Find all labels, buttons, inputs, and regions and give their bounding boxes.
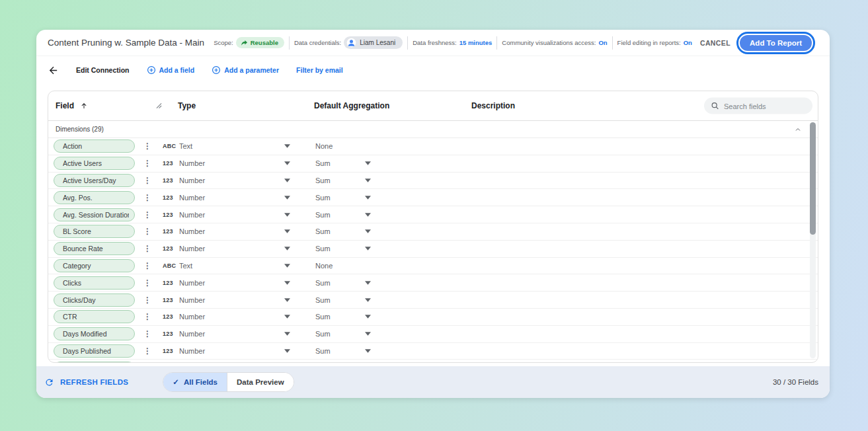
field-pill[interactable]: Bounce Rate (54, 242, 135, 255)
refresh-fields-button[interactable]: REFRESH FIELDS (44, 377, 128, 387)
type-dropdown-arrow[interactable] (284, 332, 315, 336)
community-viz-value[interactable]: On (598, 39, 607, 46)
aggregation-select[interactable]: Sum (315, 159, 365, 167)
field-pill[interactable]: BL Score (54, 225, 135, 238)
aggregation-dropdown-arrow[interactable] (365, 349, 385, 353)
aggregation-dropdown-arrow[interactable] (365, 298, 385, 302)
field-pill[interactable]: Action (54, 139, 135, 153)
search-fields-input[interactable] (724, 102, 803, 110)
field-options-menu-icon[interactable]: ⋮ (140, 210, 163, 219)
aggregation-select[interactable]: Sum (315, 176, 365, 184)
field-pill[interactable]: Clicks (54, 276, 135, 290)
type-dropdown-arrow[interactable] (284, 178, 315, 182)
filter-by-email-button[interactable]: Filter by email (296, 66, 343, 74)
field-pill[interactable]: Category (54, 259, 135, 272)
dimensions-section-header[interactable]: Dimensions (29) (48, 121, 818, 138)
type-dropdown-arrow[interactable] (284, 213, 315, 217)
community-viz-group[interactable]: Community visualizations access: On (502, 39, 607, 46)
aggregation-dropdown-arrow[interactable] (365, 332, 385, 336)
type-select[interactable]: Number (179, 194, 284, 202)
tab-data-preview[interactable]: Data Preview (227, 373, 294, 391)
aggregation-select[interactable]: Sum (315, 347, 365, 355)
freshness-group[interactable]: Data freshness: 15 minutes (413, 39, 492, 46)
field-pill[interactable]: CTR (54, 310, 135, 323)
type-dropdown-arrow[interactable] (284, 196, 315, 200)
aggregation-dropdown-arrow[interactable] (365, 229, 385, 233)
field-options-menu-icon[interactable]: ⋮ (140, 278, 163, 288)
field-pill[interactable]: Avg. Session Duration (54, 208, 135, 221)
aggregation-dropdown-arrow[interactable] (365, 281, 385, 285)
field-pill[interactable]: Days Published (54, 344, 135, 358)
aggregation-select[interactable]: Sum (315, 279, 365, 287)
scrollbar-track[interactable] (810, 122, 816, 358)
type-select[interactable]: Number (179, 227, 284, 235)
scrollbar-thumb[interactable] (810, 122, 816, 235)
field-options-menu-icon[interactable]: ⋮ (140, 312, 163, 321)
field-options-menu-icon[interactable]: ⋮ (140, 159, 163, 168)
aggregation-dropdown-arrow[interactable] (365, 247, 385, 251)
type-select[interactable]: Number (179, 159, 284, 167)
field-pill[interactable]: Days Modified (54, 327, 135, 340)
type-select[interactable]: Number (179, 245, 284, 253)
type-select[interactable]: Number (179, 296, 284, 304)
type-dropdown-arrow[interactable] (284, 247, 315, 251)
aggregation-select[interactable]: Sum (315, 330, 365, 338)
field-options-menu-icon[interactable]: ⋮ (140, 295, 163, 305)
type-dropdown-arrow[interactable] (284, 264, 315, 268)
type-dropdown-arrow[interactable] (284, 161, 315, 165)
type-select[interactable]: Number (179, 176, 284, 184)
field-editing-value[interactable]: On (684, 39, 692, 46)
aggregation-dropdown-arrow[interactable] (365, 315, 385, 319)
type-select[interactable]: Number (179, 347, 284, 355)
type-dropdown-arrow[interactable] (284, 229, 315, 233)
field-pill[interactable]: Active Users/Day (54, 174, 135, 187)
column-header-field[interactable]: Field (56, 101, 88, 110)
cancel-button[interactable]: CANCEL (700, 39, 730, 47)
aggregation-dropdown-arrow[interactable] (365, 161, 385, 165)
chevron-up-icon[interactable] (794, 126, 802, 134)
field-options-menu-icon[interactable]: ⋮ (140, 244, 163, 253)
column-resize-handle[interactable] (156, 103, 162, 109)
aggregation-select[interactable]: Sum (315, 313, 365, 321)
aggregation-dropdown-arrow[interactable] (365, 178, 385, 182)
back-button[interactable] (48, 65, 59, 76)
type-select[interactable]: Number (179, 211, 284, 219)
aggregation-select[interactable]: None (315, 142, 365, 150)
tab-all-fields[interactable]: ✓All Fields (163, 373, 227, 391)
field-options-menu-icon[interactable]: ⋮ (140, 193, 163, 202)
field-pill[interactable]: Avg. Pos. (54, 191, 135, 204)
type-dropdown-arrow[interactable] (284, 281, 315, 285)
add-parameter-button[interactable]: Add a parameter (212, 65, 279, 75)
field-pill[interactable]: Active Users (54, 157, 135, 170)
type-dropdown-arrow[interactable] (284, 349, 315, 353)
type-dropdown-arrow[interactable] (284, 298, 315, 302)
field-options-menu-icon[interactable]: ⋮ (140, 346, 163, 356)
aggregation-dropdown-arrow[interactable] (365, 196, 385, 200)
add-to-report-button[interactable]: Add To Report (740, 35, 812, 51)
type-select[interactable]: Number (179, 330, 284, 338)
field-options-menu-icon[interactable]: ⋮ (140, 141, 163, 151)
aggregation-select[interactable]: Sum (315, 194, 365, 202)
field-options-menu-icon[interactable]: ⋮ (140, 176, 163, 185)
aggregation-select[interactable]: Sum (315, 227, 365, 235)
aggregation-select[interactable]: Sum (315, 211, 365, 219)
field-options-menu-icon[interactable]: ⋮ (140, 227, 163, 236)
field-pill[interactable] (54, 362, 135, 363)
type-dropdown-arrow[interactable] (284, 144, 315, 148)
freshness-value[interactable]: 15 minutes (459, 39, 493, 46)
field-options-menu-icon[interactable]: ⋮ (140, 261, 163, 270)
add-field-button[interactable]: Add a field (147, 65, 195, 75)
aggregation-select[interactable]: None (315, 262, 365, 270)
aggregation-select[interactable]: Sum (315, 296, 365, 304)
type-select[interactable]: Number (179, 279, 284, 287)
credentials-badge[interactable]: Liam Lesani (344, 36, 403, 49)
type-dropdown-arrow[interactable] (284, 315, 315, 319)
type-select[interactable]: Text (179, 262, 284, 270)
field-options-menu-icon[interactable]: ⋮ (140, 329, 163, 338)
scope-badge[interactable]: Reusable (236, 37, 284, 48)
type-select[interactable]: Text (179, 142, 284, 150)
aggregation-select[interactable]: Sum (315, 245, 365, 253)
field-pill[interactable]: Clicks/Day (54, 294, 135, 307)
aggregation-dropdown-arrow[interactable] (365, 213, 385, 217)
field-editing-group[interactable]: Field editing in reports: On (617, 39, 692, 46)
